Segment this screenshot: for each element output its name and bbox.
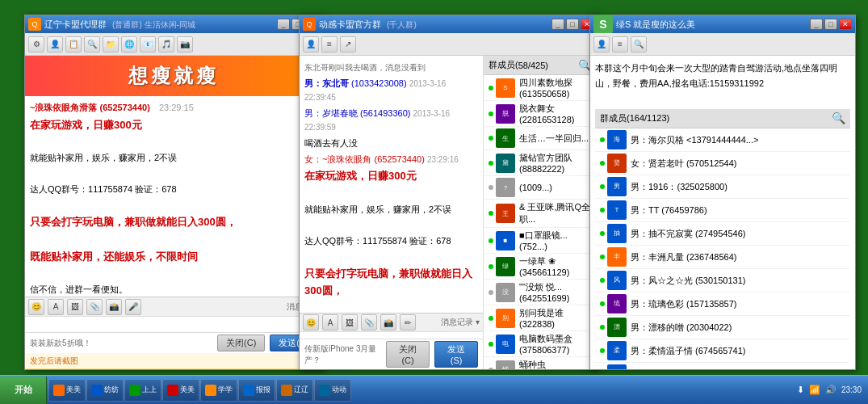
- maximize-btn-right[interactable]: □: [824, 19, 837, 30]
- member-item-right[interactable]: 贤 女：贤若老叶 (570512544): [595, 152, 850, 175]
- member-item[interactable]: 绿 一绿草 ❀ (345661129): [484, 254, 597, 280]
- people-icon-right[interactable]: 👤: [593, 36, 610, 53]
- member-item[interactable]: 脱 脱衣舞女 (2281653128): [484, 101, 597, 127]
- member-avatar: 贤: [607, 154, 627, 173]
- member-item[interactable]: 蛹 蛹种虫 (249747474): [484, 357, 597, 369]
- start-button[interactable]: 开始: [0, 377, 47, 404]
- online-indicator: [489, 211, 493, 216]
- taskbar-item-5[interactable]: 学学: [200, 379, 237, 402]
- emoji-btn[interactable]: 😊: [28, 299, 44, 315]
- member-item-right[interactable]: 丰 男：丰洲凡量 (236748564): [595, 246, 850, 269]
- member-avatar: 海: [607, 130, 627, 149]
- member-item[interactable]: 电 电脑数码墨盒 (375806377): [484, 331, 597, 357]
- prog-icon-8: [319, 385, 330, 396]
- font-btn-donggan[interactable]: A: [322, 314, 338, 330]
- member-item-right[interactable]: 柔 男：柔情温子情 (674565741): [595, 339, 850, 363]
- share-icon-donggan[interactable]: ↗: [340, 36, 356, 53]
- draw-btn-donggan[interactable]: ✏: [400, 314, 416, 330]
- taskbar-item-8[interactable]: 动动: [314, 379, 351, 402]
- toolbar-btn-4[interactable]: 🔍: [84, 36, 100, 53]
- tray-icon-2[interactable]: 📶: [809, 385, 820, 395]
- toolbar-btn-9[interactable]: 📷: [177, 36, 193, 53]
- file-btn[interactable]: 📎: [86, 299, 103, 315]
- window-title-right: 绿S 就是瘦的这么美: [616, 19, 810, 31]
- member-item-right[interactable]: 少 男：少杰 (635949113): [595, 363, 850, 369]
- minimize-btn-liaoning[interactable]: _: [277, 19, 290, 30]
- minimize-btn-right[interactable]: _: [810, 19, 823, 30]
- online-indicator: [600, 231, 605, 236]
- taskbar-item-6[interactable]: 报报: [238, 379, 275, 402]
- screen-btn[interactable]: 📸: [106, 299, 122, 315]
- member-list-donggan[interactable]: S 四川素数地探 (613550658) 脱 脱衣舞女 (2281653128)…: [484, 75, 597, 369]
- member-item[interactable]: 王 & 王亚咪,腾讯Q全职...: [484, 200, 597, 228]
- member-item-right[interactable]: 琉 男：琉璃色彩 (157135857): [595, 292, 850, 316]
- chat-input-liaoning[interactable]: [25, 317, 322, 332]
- msg-body-3: 达人QQ群号：111755874 验证：678: [30, 183, 317, 197]
- img-btn-donggan[interactable]: 🖼: [342, 314, 358, 330]
- close-button-donggan[interactable]: 关闭(C): [386, 341, 430, 368]
- taskbar-item-1[interactable]: 美美: [48, 379, 86, 402]
- member-item[interactable]: 别 别问我是谁 (322838): [484, 305, 597, 331]
- online-indicator: [600, 325, 605, 330]
- input-area-liaoning: 😊 A 🖼 📎 📸 🎤 消息记录 装装新款5折哦！ 关闭(C) 发送(S): [25, 297, 322, 353]
- member-item[interactable]: ? (1009...): [484, 176, 597, 200]
- member-name: 生活…一半回归...: [519, 133, 592, 145]
- member-item-right[interactable]: 漂 男：漂移的噌 (20304022): [595, 316, 850, 339]
- search-icon-right[interactable]: 🔍: [631, 36, 647, 53]
- messages-donggan[interactable]: 东北哥刚叫我去喝酒，消息没看到 男：东北哥 (1033423008) 2013-…: [300, 56, 483, 313]
- toolbar-btn-5[interactable]: 📁: [103, 36, 119, 53]
- toolbar-btn-8[interactable]: 🎵: [158, 36, 174, 53]
- online-indicator: [489, 136, 493, 141]
- search-member-right[interactable]: 🔍: [832, 109, 845, 128]
- taskbar-item-3[interactable]: 上上: [124, 379, 161, 402]
- member-name: & 王亚咪,腾讯Q全职...: [519, 201, 592, 225]
- screen-btn-donggan[interactable]: 📸: [380, 314, 396, 330]
- tray-icon-3[interactable]: 🔊: [825, 385, 837, 395]
- ad-banner-liaoning[interactable]: 想瘦就瘦: [25, 56, 322, 96]
- member-item-right[interactable]: 风 男：风☆之☆光 (530150131): [595, 269, 850, 292]
- member-item-right[interactable]: 男 男：1916：(325025800): [595, 175, 850, 199]
- member-name: 男：丰洲凡量 (236748564): [631, 250, 845, 265]
- window-liaoning[interactable]: Q 辽宁卡盟代理群 (普通群) 生活休闲-同城 _ □ ✕ ⚙ 👤 📋 🔍 📁 …: [24, 15, 323, 370]
- file-btn-donggan[interactable]: 📎: [361, 314, 377, 330]
- img-btn[interactable]: 🖼: [67, 299, 83, 315]
- voice-btn[interactable]: 🎤: [125, 299, 141, 315]
- toolbar-btn-1[interactable]: ⚙: [28, 36, 44, 53]
- maximize-btn-donggan[interactable]: □: [566, 19, 579, 30]
- member-item-right[interactable]: T 男：TT (76459786): [595, 199, 850, 222]
- list-icon-right[interactable]: ≡: [612, 36, 628, 53]
- messages-liaoning[interactable]: ~浪珠依眼角滑落 (652573440) 23:29:15 在家玩游戏，日赚30…: [25, 96, 322, 297]
- member-item[interactable]: 没 ""没烦 悦... (642551699): [484, 280, 597, 305]
- toolbar-btn-2[interactable]: 👤: [47, 36, 63, 53]
- member-item[interactable]: 生 生活…一半回归...: [484, 127, 597, 150]
- toolbar-btn-7[interactable]: 📧: [140, 36, 156, 53]
- member-item-right[interactable]: 抽 男：抽不完寂寞 (274954546): [595, 222, 850, 246]
- minimize-btn-donggan[interactable]: _: [551, 19, 564, 30]
- toolbar-btn-6[interactable]: 🌐: [121, 36, 137, 53]
- taskbar-item-2[interactable]: 纺纺: [86, 379, 124, 402]
- right-content[interactable]: 本群这个月中旬会来一次大型的踏青自驾游活动,地点坐落四明山，野餐，费用AA,报名…: [590, 56, 855, 369]
- tray-icon-1[interactable]: ⬇: [797, 385, 804, 395]
- member-item[interactable]: ■ ■口罩眼镜...(752...): [484, 228, 597, 254]
- people-icon-donggan[interactable]: 👤: [303, 36, 319, 53]
- prog-icon-3: [129, 385, 140, 396]
- group-description: 本群这个月中旬会来一次大型的踏青自驾游活动,地点坐落四明山，野餐，费用AA,报名…: [595, 61, 850, 90]
- font-btn[interactable]: A: [48, 299, 64, 315]
- qq-icon-donggan: Q: [303, 18, 316, 31]
- window-right[interactable]: S 绿S 就是瘦的这么美 _ □ ✕ 👤 ≡ 🔍 本群这个月中旬会来一次大型的踏…: [589, 15, 856, 370]
- taskbar-item-7[interactable]: 辽辽: [276, 379, 313, 402]
- emoji-btn-donggan[interactable]: 😊: [303, 314, 319, 330]
- taskbar-item-4[interactable]: 美美: [162, 379, 199, 402]
- send-button-donggan[interactable]: 发送(S): [434, 341, 478, 368]
- list-icon-donggan[interactable]: ≡: [321, 36, 338, 53]
- member-item[interactable]: 黛 黛钻官方团队 (88882222): [484, 150, 597, 176]
- chat-input-donggan[interactable]: [300, 332, 483, 339]
- member-list-right[interactable]: 海 男：海尔贝格 <13791444444...> 贤 女：贤若老叶 (5705…: [595, 128, 850, 369]
- online-indicator: [489, 264, 493, 269]
- window-donggan[interactable]: Q 动感卡盟官方群 (千人群) _ □ ✕ 👤 ≡ ↗ 东北哥刚叫我去喝酒，消息…: [299, 15, 598, 370]
- toolbar-btn-3[interactable]: 📋: [65, 36, 82, 53]
- close-btn-right[interactable]: ✕: [839, 19, 852, 30]
- close-button-liaoning[interactable]: 关闭(C): [217, 335, 265, 351]
- member-item-right[interactable]: 海 男：海尔贝格 <13791444444...>: [595, 128, 850, 152]
- member-item[interactable]: S 四川素数地探 (613550658): [484, 75, 597, 101]
